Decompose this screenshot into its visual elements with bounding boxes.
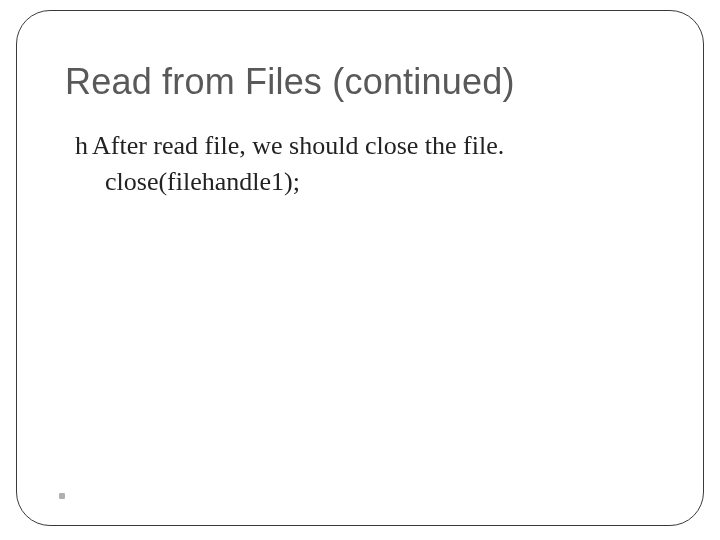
bullet-glyph-icon: h <box>75 131 88 161</box>
code-line: close(filehandle1); <box>105 167 655 197</box>
slide: Read from Files (continued) h After read… <box>0 0 720 540</box>
slide-title: Read from Files (continued) <box>65 61 655 103</box>
content-card: Read from Files (continued) h After read… <box>16 10 704 526</box>
footer-marker-icon <box>59 493 65 499</box>
bullet-text: After read file, we should close the fil… <box>92 131 504 161</box>
bullet-item: h After read file, we should close the f… <box>75 131 655 161</box>
